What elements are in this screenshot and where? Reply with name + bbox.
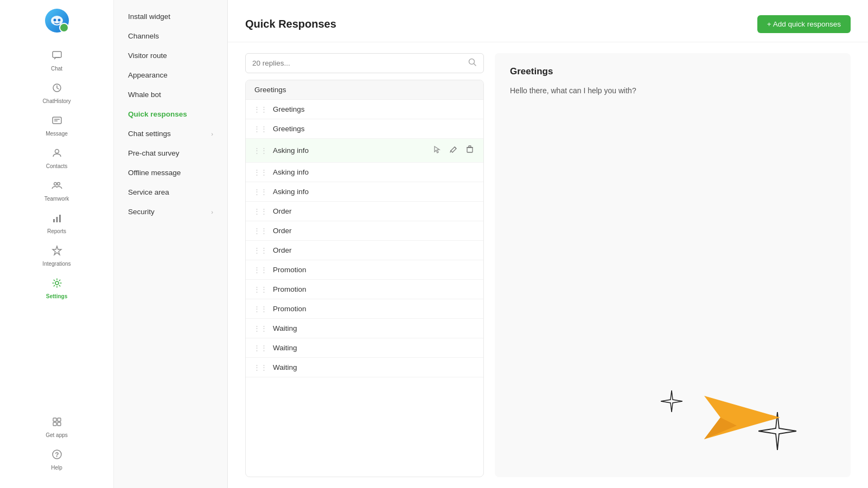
sidebar-item-whale-bot[interactable]: Whale bot bbox=[117, 85, 224, 104]
chat-icon bbox=[52, 50, 62, 63]
sidebar-item-chat-settings[interactable]: Chat settings › bbox=[117, 124, 224, 143]
sidebar-label-appearance: Appearance bbox=[128, 71, 168, 79]
search-input[interactable] bbox=[252, 59, 468, 67]
sidebar-label-quick-responses: Quick responses bbox=[128, 110, 187, 118]
list-panel: Greetings ⋮⋮ Greetings ⋮⋮ Greetings ⋮⋮ A… bbox=[245, 53, 484, 477]
sidebar-item-security[interactable]: Security › bbox=[117, 202, 224, 221]
drag-handle-icon: ⋮⋮ bbox=[253, 305, 267, 313]
sidebar-item-offline-message[interactable]: Offline message bbox=[117, 163, 224, 182]
teamwork-icon bbox=[52, 180, 62, 194]
sidebar-item-visitor-route[interactable]: Visitor route bbox=[117, 46, 224, 65]
integrations-icon bbox=[52, 245, 62, 259]
sidebar-item-install-widget[interactable]: Install widget bbox=[117, 7, 224, 26]
svg-marker-28 bbox=[704, 418, 737, 439]
nav-label-contacts: Contacts bbox=[46, 163, 67, 169]
drag-handle-icon: ⋮⋮ bbox=[253, 324, 267, 332]
list-item-asking-info-selected[interactable]: ⋮⋮ Asking info bbox=[246, 139, 483, 163]
svg-rect-24 bbox=[467, 147, 473, 152]
row-label: Promotion bbox=[273, 305, 307, 313]
nav-item-message[interactable]: Message bbox=[38, 111, 76, 141]
svg-rect-15 bbox=[58, 418, 61, 421]
nav-label-teamwork: Teamwork bbox=[44, 196, 69, 202]
list-item[interactable]: ⋮⋮ Asking info bbox=[246, 163, 483, 182]
message-icon bbox=[52, 115, 62, 129]
add-quick-responses-button[interactable]: + Add quick responses bbox=[757, 15, 851, 33]
list-item[interactable]: ⋮⋮ Waiting bbox=[246, 319, 483, 338]
list-item[interactable]: ⋮⋮ Waiting bbox=[246, 358, 483, 377]
list-item[interactable]: ⋮⋮ Asking info bbox=[246, 182, 483, 202]
chathistory-icon bbox=[52, 82, 62, 96]
nav-item-teamwork[interactable]: Teamwork bbox=[38, 176, 76, 206]
search-icon[interactable] bbox=[468, 58, 477, 68]
nav-label-integrations: Integrations bbox=[42, 261, 71, 267]
sidebar-item-appearance[interactable]: Appearance bbox=[117, 66, 224, 85]
row-label: Greetings bbox=[273, 105, 305, 113]
svg-line-21 bbox=[474, 64, 476, 66]
nav-item-reports[interactable]: Reports bbox=[38, 208, 76, 239]
drag-handle-icon: ⋮⋮ bbox=[253, 363, 267, 371]
svg-point-2 bbox=[58, 19, 60, 22]
nav-item-chathistory[interactable]: ChatHistory bbox=[38, 78, 76, 108]
svg-rect-14 bbox=[53, 418, 56, 421]
list-item[interactable]: ⋮⋮ Greetings bbox=[246, 119, 483, 139]
icon-sidebar: Chat ChatHistory Message Contacts Teamwo… bbox=[0, 0, 114, 488]
nav-items: Chat ChatHistory Message Contacts Teamwo… bbox=[0, 46, 113, 412]
svg-rect-3 bbox=[53, 52, 61, 57]
nav-label-help: Help bbox=[51, 465, 62, 471]
svg-point-1 bbox=[53, 19, 56, 22]
row-label: Promotion bbox=[273, 266, 307, 274]
svg-rect-11 bbox=[59, 215, 61, 222]
svg-point-13 bbox=[55, 281, 59, 285]
nav-item-contacts[interactable]: Contacts bbox=[38, 143, 76, 174]
settings-icon bbox=[52, 278, 62, 291]
list-item[interactable]: ⋮⋮ Promotion bbox=[246, 260, 483, 280]
nav-label-settings: Settings bbox=[46, 293, 67, 299]
row-label: Waiting bbox=[273, 324, 297, 332]
list-item[interactable]: ⋮⋮ Greetings bbox=[246, 100, 483, 119]
nav-label-chathistory: ChatHistory bbox=[42, 98, 71, 104]
row-label: Asking info bbox=[273, 168, 309, 176]
chevron-right-icon: › bbox=[211, 131, 213, 137]
nav-item-settings[interactable]: Settings bbox=[38, 273, 76, 304]
sidebar-label-service-area: Service area bbox=[128, 188, 169, 196]
contacts-icon bbox=[52, 147, 62, 161]
row-label: Waiting bbox=[273, 344, 297, 352]
svg-rect-10 bbox=[56, 217, 58, 222]
nav-item-help[interactable]: ? Help bbox=[38, 445, 76, 475]
drag-handle-icon: ⋮⋮ bbox=[253, 344, 267, 352]
detail-title: Greetings bbox=[510, 66, 835, 77]
nav-item-integrations[interactable]: Integrations bbox=[38, 241, 76, 271]
edit-icon[interactable] bbox=[448, 144, 459, 157]
sidebar-item-service-area[interactable]: Service area bbox=[117, 183, 224, 202]
sidebar-label-visitor-route: Visitor route bbox=[128, 52, 167, 60]
drag-handle-icon: ⋮⋮ bbox=[253, 168, 267, 176]
row-label: Order bbox=[273, 207, 292, 215]
reports-icon bbox=[52, 213, 62, 226]
cursor-icon bbox=[430, 144, 443, 157]
sidebar-item-quick-responses[interactable]: Quick responses bbox=[117, 105, 224, 124]
list-item[interactable]: ⋮⋮ Order bbox=[246, 221, 483, 241]
help-icon: ? bbox=[52, 449, 62, 463]
svg-rect-9 bbox=[53, 219, 55, 222]
get-apps-icon bbox=[52, 416, 62, 430]
nav-item-chat[interactable]: Chat bbox=[38, 46, 76, 76]
drag-handle-icon: ⋮⋮ bbox=[253, 188, 267, 196]
section-greetings-label: Greetings bbox=[254, 86, 286, 94]
list-item[interactable]: ⋮⋮ Order bbox=[246, 202, 483, 221]
list-section-greetings: Greetings bbox=[246, 80, 483, 100]
nav-label-chat: Chat bbox=[51, 66, 62, 72]
nav-item-get-apps[interactable]: Get apps bbox=[38, 412, 76, 442]
drag-handle-icon: ⋮⋮ bbox=[253, 246, 267, 254]
row-label: Order bbox=[273, 246, 292, 254]
sidebar-item-pre-chat-survey[interactable]: Pre-chat survey bbox=[117, 144, 224, 163]
page-title: Quick Responses bbox=[245, 18, 336, 30]
list-item[interactable]: ⋮⋮ Waiting bbox=[246, 338, 483, 358]
delete-icon[interactable] bbox=[464, 144, 476, 157]
list-item[interactable]: ⋮⋮ Order bbox=[246, 241, 483, 260]
sidebar-item-channels[interactable]: Channels bbox=[117, 27, 224, 46]
svg-point-8 bbox=[57, 183, 60, 185]
detail-text: Hello there, what can I help you with? bbox=[510, 85, 835, 97]
list-item[interactable]: ⋮⋮ Promotion bbox=[246, 280, 483, 299]
list-item[interactable]: ⋮⋮ Promotion bbox=[246, 299, 483, 319]
svg-marker-27 bbox=[704, 396, 780, 439]
